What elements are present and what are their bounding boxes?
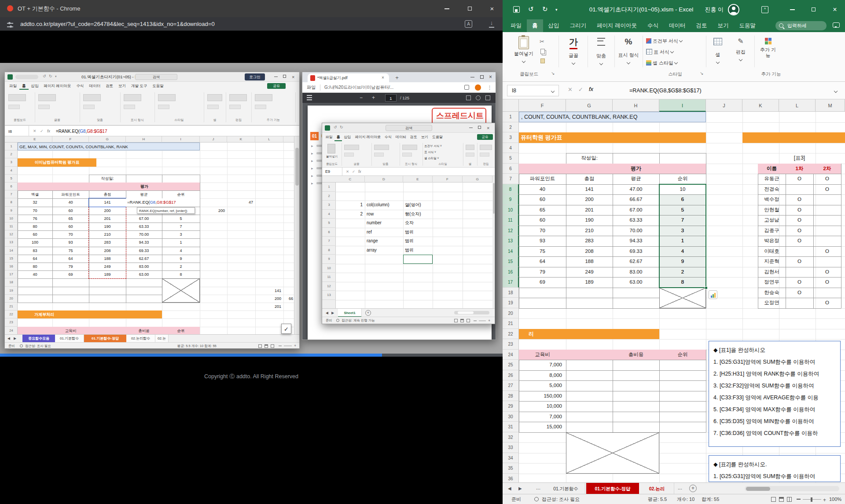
table3-cell[interactable]: O [786, 256, 813, 267]
close-button[interactable]: × [825, 0, 845, 19]
style-button-셀 스타일[interactable]: 셀 스타일 ˅ [424, 155, 462, 161]
row-header-6[interactable]: 6 [5, 183, 18, 190]
cost-cell[interactable]: 7,000 [519, 412, 566, 422]
data-cell[interactable]: 7 [162, 223, 200, 230]
name-box[interactable]: E9 [322, 168, 342, 176]
data-cell[interactable]: 63.33 [126, 223, 162, 230]
menu-tab-파일[interactable]: 파일 [323, 133, 334, 141]
sheet-vscrollbar-thumb[interactable] [493, 183, 495, 214]
view-layout-icon[interactable] [779, 497, 784, 502]
tab-close-icon[interactable]: × [382, 73, 384, 82]
user-avatar[interactable] [728, 4, 739, 15]
row-header-23[interactable]: 23 [5, 318, 18, 326]
table-title-cell[interactable]: 퓨터학원 평가표 [519, 132, 706, 143]
ribbon-tab-도움말[interactable]: 도움말 [734, 19, 761, 32]
row-header-9[interactable]: 9 [503, 194, 519, 205]
row-header-29[interactable]: 29 [503, 401, 519, 412]
data-cell[interactable]: 60 [52, 207, 89, 215]
row-header-7[interactable]: 7 [503, 174, 519, 184]
close-icon[interactable]: × [487, 123, 489, 133]
data-cell[interactable]: 8 [162, 270, 200, 278]
row-header-1[interactable]: 1 [322, 183, 336, 192]
data-cell[interactable]: 62.67 [126, 255, 162, 263]
zoom-slider[interactable] [803, 499, 821, 500]
clipboard-dialog-launcher[interactable]: ↘ [551, 71, 555, 76]
row-header-2[interactable]: 2 [5, 150, 18, 158]
menu-tab-보기[interactable]: 보기 [116, 82, 129, 90]
data-cell[interactable]: 숫자 [403, 219, 433, 228]
row-header-13[interactable]: 13 [322, 291, 336, 300]
data-cell[interactable]: 60 [52, 223, 89, 230]
view-normal-icon[interactable] [771, 497, 776, 502]
data-cell[interactable]: 63.00 [126, 270, 162, 278]
row-header-34[interactable]: 34 [503, 453, 519, 464]
comments-icon[interactable] [833, 22, 840, 28]
editing-button[interactable]: ✎ 편집 [731, 34, 751, 69]
menu-tab-홈[interactable]: 홈 [334, 133, 342, 141]
cost-header-cell[interactable]: 총비용 [613, 350, 659, 360]
row-header-14[interactable]: 14 [5, 247, 18, 255]
subject-header-cell[interactable] [18, 183, 89, 190]
zoom-out-icon[interactable] [474, 321, 477, 321]
row-header-22[interactable]: 22 [5, 310, 18, 318]
profile-avatar[interactable] [475, 84, 481, 91]
data-col-header[interactable]: 엑셀 [18, 190, 52, 198]
sheet-grid[interactable]: FGHIJKLM12345678910111213141516171819202… [503, 99, 845, 482]
view-icons[interactable] [454, 319, 458, 322]
font-button[interactable]: 가 글꼴 [561, 34, 586, 69]
column-header-F[interactable]: F [433, 176, 463, 183]
row-header-11[interactable]: 11 [322, 273, 336, 282]
row-header-19[interactable]: 19 [5, 287, 18, 295]
data-cell[interactable]: array [365, 246, 403, 255]
cost-header-cell[interactable]: 순위 [659, 350, 706, 360]
selected-cell-value[interactable]: 10 [659, 184, 706, 195]
row-header-16[interactable]: 16 [5, 263, 18, 270]
cut-icon[interactable]: ✂ [540, 38, 544, 45]
data-cell[interactable]: 93 [52, 238, 89, 246]
cost-cell[interactable]: 7,000 [519, 360, 566, 370]
zoom-out-icon[interactable] [797, 499, 801, 500]
selected-cell-value[interactable]: 8 [659, 277, 706, 288]
row-header-33[interactable]: 33 [503, 442, 519, 453]
copy-icon[interactable] [540, 49, 545, 54]
column-header-C[interactable]: C [336, 176, 365, 183]
row-header-12[interactable]: 12 [503, 226, 519, 236]
maximize-button[interactable] [459, 0, 481, 17]
row-header-11[interactable]: 11 [503, 215, 519, 226]
column-header-G[interactable]: G [566, 99, 613, 112]
table3-title-cell[interactable] [742, 132, 845, 143]
qat-dropdown-icon[interactable]: ▾ [555, 7, 558, 12]
add-sheet-button[interactable]: + [689, 485, 697, 492]
zoom-in-icon[interactable]: + [294, 343, 296, 348]
stray-cell[interactable]: 200 [255, 295, 283, 303]
data-cell[interactable]: 190 [566, 215, 613, 226]
data-cell[interactable]: 64 [52, 255, 89, 263]
data-col-header[interactable]: 평균 [126, 190, 162, 198]
maximize-icon[interactable] [480, 75, 484, 79]
redo-icon[interactable]: ↻ [340, 125, 343, 129]
table3-cell[interactable]: O [786, 205, 813, 215]
date-label-cell[interactable]: 작성일: [89, 175, 126, 183]
qat-dropdown-icon[interactable]: ▾ [55, 75, 57, 78]
row-header-18[interactable]: 18 [5, 278, 18, 286]
row-header-35[interactable]: 35 [503, 463, 519, 474]
selection-fill-handle[interactable] [705, 286, 708, 289]
paste-button[interactable]: 붙여넣기 [511, 34, 536, 69]
column-header-J[interactable]: J [706, 99, 742, 112]
menu-tab-데이터[interactable]: 데이터 [86, 82, 103, 90]
row-header-18[interactable]: 18 [503, 288, 519, 298]
table3-cell[interactable]: 이태호 [758, 246, 786, 257]
table3-cell[interactable]: O [813, 184, 841, 195]
menu-tab-파일[interactable]: 파일 [7, 82, 19, 90]
cost-header-cell[interactable] [566, 350, 613, 360]
sheet-hscrollbar[interactable] [454, 311, 489, 314]
table3-cell[interactable]: 안현철 [758, 205, 786, 215]
data-cell[interactable]: 64 [519, 256, 566, 267]
table3-cell[interactable]: 박은정 [758, 236, 786, 246]
insert-function-icon[interactable]: fx [358, 168, 361, 176]
table3-cell[interactable]: O [813, 277, 841, 288]
data-col-header[interactable]: 평균 [613, 174, 659, 184]
zoom-slider[interactable] [284, 346, 292, 346]
name-box[interactable]: I8 [5, 126, 29, 136]
site-settings-icon[interactable] [7, 22, 13, 28]
